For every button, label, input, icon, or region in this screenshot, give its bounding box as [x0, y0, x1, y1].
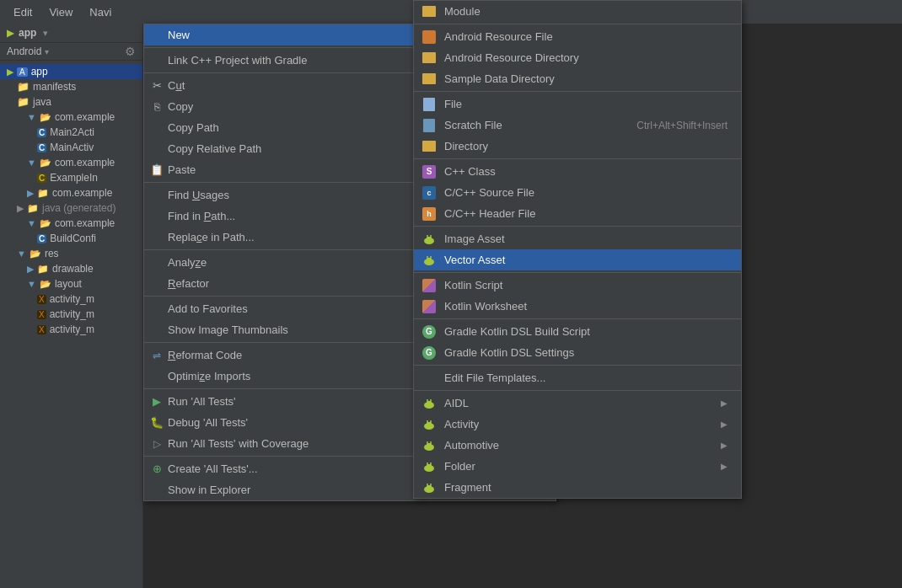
sub-cpp-source-label: C/C++ Source File	[444, 186, 534, 199]
tree-item-activity-2[interactable]: X activity_m	[0, 307, 142, 322]
ctx-show-thumbnails-label: Show Image Thumbnails	[168, 323, 288, 336]
ctx-reformat-code-label: Reformat Code	[168, 349, 242, 361]
sub-sep-2	[414, 91, 741, 92]
tree-item-java-generated[interactable]: ▶ 📁 java (generated)	[0, 200, 142, 216]
ctx-link-cpp-label: Link C++ Project with Gradle	[168, 54, 307, 67]
sub-sep-8	[414, 390, 741, 391]
tree-item-com-example-2[interactable]: ▼ 📂 com.example	[0, 155, 142, 170]
sub-module[interactable]: Module	[414, 1, 741, 22]
sub-scratch-file-shortcut: Ctrl+Alt+Shift+Insert	[636, 120, 728, 131]
sub-sep-3	[414, 158, 741, 159]
tree-item-mainactiv[interactable]: C MainActiv	[0, 140, 142, 155]
svg-point-16	[427, 399, 428, 401]
ctx-refactor-label: Refactor	[168, 277, 209, 290]
sub-activity[interactable]: Activity ▶	[414, 414, 741, 435]
sub-image-asset[interactable]: Image Asset	[414, 228, 741, 249]
sub-sample-data-dir[interactable]: Sample Data Directory	[414, 68, 741, 89]
svg-point-40	[427, 484, 428, 485]
menu-edit[interactable]: Edit	[7, 4, 39, 20]
svg-point-4	[427, 235, 428, 237]
svg-rect-33	[427, 464, 432, 468]
sub-module-label: Module	[444, 5, 481, 18]
tree-item-res[interactable]: ▼ 📂 res	[0, 246, 142, 261]
svg-point-28	[427, 441, 428, 443]
sub-edit-file-templates[interactable]: Edit File Templates...	[414, 367, 741, 388]
sub-sep-1	[414, 24, 741, 24]
sub-cpp-source[interactable]: c C/C++ Source File	[414, 182, 741, 203]
paste-icon: 📋	[149, 163, 164, 178]
sub-fragment[interactable]: Fragment	[414, 477, 741, 498]
tree-item-com-example-1[interactable]: ▼ 📂 com.example	[0, 110, 142, 125]
cut-icon: ✂	[149, 78, 164, 94]
folder-sub-icon	[421, 458, 438, 475]
sub-gradle-kotlin-dsl-settings-label: Gradle Kotlin DSL Settings	[444, 346, 574, 359]
sub-scratch-file[interactable]: Scratch File Ctrl+Alt+Shift+Insert	[414, 115, 741, 136]
sidebar-title: app	[19, 27, 36, 39]
sub-vector-asset[interactable]: Vector Asset	[414, 249, 741, 270]
tree-item-layout[interactable]: ▼ 📂 layout	[0, 276, 142, 291]
sub-kotlin-script[interactable]: Kotlin Script	[414, 275, 741, 296]
kotlin-worksheet-icon	[421, 298, 438, 315]
sub-sep-5	[414, 272, 741, 273]
tree-item-drawable[interactable]: ▶ 📁 drawable	[0, 261, 142, 276]
sub-cpp-class[interactable]: S C++ Class	[414, 161, 741, 182]
cpp-header-icon: h	[421, 206, 438, 222]
sub-android-resource-dir[interactable]: Android Resource Directory	[414, 47, 741, 68]
ctx-find-in-path-label: Find in Path...	[168, 210, 235, 222]
sub-android-resource-file-label: Android Resource File	[444, 30, 553, 43]
sub-android-resource-file[interactable]: Android Resource File	[414, 26, 741, 47]
gradle-kotlin-dsl-build-icon: G	[421, 323, 438, 340]
sub-directory-label: Directory	[444, 140, 488, 152]
svg-rect-21	[427, 422, 432, 426]
svg-rect-3	[427, 237, 432, 241]
sub-gradle-kotlin-dsl-settings[interactable]: G Gradle Kotlin DSL Settings	[414, 342, 741, 363]
ctx-new-label: New	[168, 29, 190, 41]
sub-automotive-label: Automotive	[444, 439, 499, 452]
android-res-file-icon	[421, 29, 438, 45]
tree-item-activity-1[interactable]: X activity_m	[0, 291, 142, 307]
sub-aidl-arrow: ▶	[721, 398, 728, 408]
svg-point-23	[430, 420, 432, 422]
svg-point-17	[430, 399, 432, 401]
svg-point-41	[430, 484, 432, 485]
tree-item-activity-3[interactable]: X activity_m	[0, 322, 142, 337]
sub-directory[interactable]: Directory	[414, 136, 741, 157]
aidl-icon	[421, 395, 438, 412]
sub-sep-7	[414, 365, 741, 366]
tree-item-java[interactable]: 📁 java	[0, 94, 142, 110]
ctx-replace-in-path-label: Replace in Path...	[168, 231, 255, 243]
tree-item-manifests[interactable]: 📁 manifests	[0, 79, 142, 94]
sub-aidl-label: AIDL	[444, 397, 469, 409]
sub-aidl[interactable]: AIDL ▶	[414, 393, 741, 414]
sub-folder-label: Folder	[444, 460, 475, 473]
ctx-cut-label: Cut	[168, 79, 185, 92]
svg-rect-9	[427, 258, 432, 262]
sub-gradle-kotlin-dsl-build[interactable]: G Gradle Kotlin DSL Build Script	[414, 321, 741, 342]
tree-item-app[interactable]: ▶ A app	[0, 64, 142, 79]
ctx-optimize-imports-label: Optimize Imports	[168, 370, 250, 382]
android-dropdown[interactable]: Android	[7, 45, 41, 57]
tree-item-com-example-4[interactable]: ▼ 📂 com.example	[0, 216, 142, 231]
sub-cpp-header-label: C/C++ Header File	[444, 207, 535, 220]
svg-point-22	[427, 420, 428, 422]
sub-folder[interactable]: Folder ▶	[414, 456, 741, 477]
svg-point-34	[427, 462, 428, 464]
tree-item-examplein[interactable]: C ExampleIn	[0, 170, 142, 185]
fragment-icon	[421, 479, 438, 496]
sub-automotive[interactable]: Automotive ▶	[414, 435, 741, 456]
menu-navigate[interactable]: Navi	[83, 4, 118, 20]
sub-cpp-header[interactable]: h C/C++ Header File	[414, 203, 741, 224]
tree-item-com-example-3[interactable]: ▶ 📁 com.example	[0, 185, 142, 200]
sub-vector-asset-label: Vector Asset	[444, 254, 505, 266]
image-asset-icon	[421, 231, 438, 248]
menu-view[interactable]: View	[42, 4, 79, 20]
sub-gradle-kotlin-dsl-build-label: Gradle Kotlin DSL Build Script	[444, 325, 590, 338]
tree-item-main2acti[interactable]: C Main2Acti	[0, 125, 142, 140]
sub-file[interactable]: File	[414, 94, 741, 115]
sub-sep-6	[414, 318, 741, 319]
file-icon	[421, 96, 438, 113]
sub-kotlin-worksheet[interactable]: Kotlin Worksheet	[414, 296, 741, 317]
sidebar-gear-icon[interactable]: ⚙	[125, 45, 136, 58]
tree-item-buildconfi[interactable]: C BuildConfi	[0, 231, 142, 246]
gradle-kotlin-dsl-settings-icon: G	[421, 345, 438, 361]
